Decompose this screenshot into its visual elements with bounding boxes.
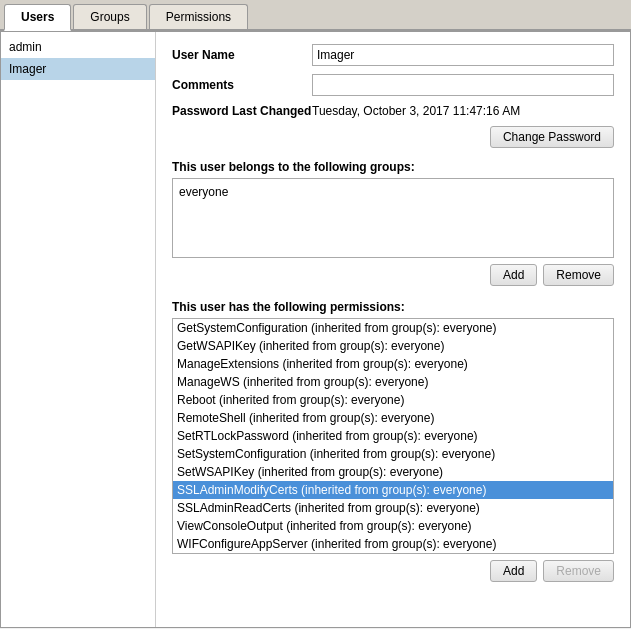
tab-groups[interactable]: Groups [73,4,146,29]
permission-item[interactable]: RemoteShell (inherited from group(s): ev… [173,409,613,427]
detail-panel: User Name Comments Password Last Changed… [156,32,630,627]
permissions-btn-row: Add Remove [172,560,614,582]
permission-item[interactable]: Reboot (inherited from group(s): everyon… [173,391,613,409]
remove-permission-button[interactable]: Remove [543,560,614,582]
permission-item[interactable]: SSLAdminModifyCerts (inherited from grou… [173,481,613,499]
password-last-changed-label: Password Last Changed [172,104,312,118]
groups-btn-row: Add Remove [172,264,614,286]
sidebar-item-admin[interactable]: admin [1,36,155,58]
change-password-button[interactable]: Change Password [490,126,614,148]
permissions-list[interactable]: GetSystemConfiguration (inherited from g… [172,318,614,554]
username-input[interactable] [312,44,614,66]
permission-item[interactable]: GetWSAPIKey (inherited from group(s): ev… [173,337,613,355]
add-permission-button[interactable]: Add [490,560,537,582]
main-content: admin Imager User Name Comments Password… [0,31,631,628]
password-last-changed-value: Tuesday, October 3, 2017 11:47:16 AM [312,104,614,118]
sidebar: admin Imager [1,32,156,627]
groups-section-label: This user belongs to the following group… [172,160,614,174]
groups-list[interactable]: everyone [172,178,614,258]
permission-item[interactable]: WIFConfigureAppServer (inherited from gr… [173,535,613,553]
remove-group-button[interactable]: Remove [543,264,614,286]
permission-item[interactable]: GetSystemConfiguration (inherited from g… [173,319,613,337]
permission-item[interactable]: ViewConsoleOutput (inherited from group(… [173,517,613,535]
comments-input[interactable] [312,74,614,96]
permission-item[interactable]: ManageWS (inherited from group(s): every… [173,373,613,391]
permission-item[interactable]: SetRTLockPassword (inherited from group(… [173,427,613,445]
tab-users[interactable]: Users [4,4,71,31]
tab-bar: Users Groups Permissions [0,0,631,31]
add-group-button[interactable]: Add [490,264,537,286]
tab-permissions[interactable]: Permissions [149,4,248,29]
permission-item[interactable]: ManageExtensions (inherited from group(s… [173,355,613,373]
comments-row: Comments [172,74,614,96]
permissions-section-label: This user has the following permissions: [172,300,614,314]
username-label: User Name [172,48,312,62]
username-row: User Name [172,44,614,66]
comments-label: Comments [172,78,312,92]
change-password-wrap: Change Password [172,126,614,148]
password-last-changed-row: Password Last Changed Tuesday, October 3… [172,104,614,118]
permission-item[interactable]: SSLAdminReadCerts (inherited from group(… [173,499,613,517]
sidebar-item-imager[interactable]: Imager [1,58,155,80]
permission-item[interactable]: SetWSAPIKey (inherited from group(s): ev… [173,463,613,481]
group-item-everyone[interactable]: everyone [177,183,609,201]
permission-item[interactable]: SetSystemConfiguration (inherited from g… [173,445,613,463]
